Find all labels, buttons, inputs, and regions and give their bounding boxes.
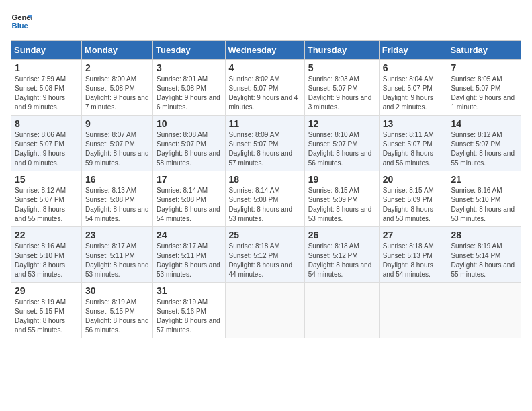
svg-text:Blue: Blue [12,21,28,30]
day-number: 25 [229,230,301,240]
calendar-cell: 5 Sunrise: 8:03 AMSunset: 5:07 PMDayligh… [304,60,379,116]
day-info: Sunrise: 8:02 AMSunset: 5:07 PMDaylight:… [229,75,298,111]
calendar-cell: 29 Sunrise: 8:19 AMSunset: 5:15 PMDaylig… [11,283,82,338]
day-number: 1 [15,62,78,73]
calendar-cell: 24 Sunrise: 8:17 AMSunset: 5:11 PMDaylig… [153,227,225,283]
calendar-cell: 22 Sunrise: 8:16 AMSunset: 5:10 PMDaylig… [11,227,82,283]
day-number: 14 [451,118,517,129]
day-info: Sunrise: 8:16 AMSunset: 5:10 PMDaylight:… [15,242,66,278]
calendar-week-2: 8 Sunrise: 8:06 AMSunset: 5:07 PMDayligh… [11,116,521,171]
day-info: Sunrise: 8:00 AMSunset: 5:08 PMDaylight:… [85,75,149,111]
day-info: Sunrise: 8:11 AMSunset: 5:07 PMDaylight:… [383,131,434,167]
day-number: 23 [85,230,149,240]
calendar-week-5: 29 Sunrise: 8:19 AMSunset: 5:15 PMDaylig… [11,283,521,338]
day-info: Sunrise: 8:15 AMSunset: 5:09 PMDaylight:… [308,187,372,222]
day-info: Sunrise: 8:14 AMSunset: 5:08 PMDaylight:… [157,187,220,222]
weekday-header-saturday: Saturday [447,41,521,60]
calendar-cell: 21 Sunrise: 8:16 AMSunset: 5:10 PMDaylig… [447,171,521,227]
calendar-cell: 7 Sunrise: 8:05 AMSunset: 5:07 PMDayligh… [447,60,521,116]
calendar-cell: 13 Sunrise: 8:11 AMSunset: 5:07 PMDaylig… [379,116,447,171]
calendar-week-4: 22 Sunrise: 8:16 AMSunset: 5:10 PMDaylig… [11,227,521,283]
day-info: Sunrise: 8:19 AMSunset: 5:15 PMDaylight:… [15,298,66,334]
day-number: 2 [85,62,149,73]
weekday-header-thursday: Thursday [304,41,379,60]
day-info: Sunrise: 8:16 AMSunset: 5:10 PMDaylight:… [451,187,515,222]
day-number: 28 [451,230,517,240]
calendar-cell: 30 Sunrise: 8:19 AMSunset: 5:15 PMDaylig… [81,283,152,338]
page-header: General Blue [11,11,521,32]
calendar-cell: 15 Sunrise: 8:12 AMSunset: 5:07 PMDaylig… [11,171,82,227]
day-number: 24 [157,230,221,240]
day-number: 20 [383,174,444,185]
calendar-cell: 9 Sunrise: 8:07 AMSunset: 5:07 PMDayligh… [81,116,152,171]
calendar-cell: 14 Sunrise: 8:12 AMSunset: 5:07 PMDaylig… [447,116,521,171]
day-info: Sunrise: 8:17 AMSunset: 5:11 PMDaylight:… [157,242,220,278]
day-info: Sunrise: 8:07 AMSunset: 5:07 PMDaylight:… [85,131,149,167]
day-info: Sunrise: 8:19 AMSunset: 5:15 PMDaylight:… [85,298,149,334]
day-info: Sunrise: 8:17 AMSunset: 5:11 PMDaylight:… [85,242,149,278]
calendar-cell [379,283,447,338]
day-number: 11 [229,118,301,129]
calendar-week-3: 15 Sunrise: 8:12 AMSunset: 5:07 PMDaylig… [11,171,521,227]
calendar-cell: 17 Sunrise: 8:14 AMSunset: 5:08 PMDaylig… [153,171,225,227]
weekday-header-wednesday: Wednesday [225,41,304,60]
day-number: 3 [157,62,221,73]
svg-text:General: General [12,13,32,21]
day-info: Sunrise: 8:19 AMSunset: 5:14 PMDaylight:… [451,242,515,278]
weekday-header-monday: Monday [81,41,152,60]
day-info: Sunrise: 8:09 AMSunset: 5:07 PMDaylight:… [229,131,293,167]
day-number: 5 [308,62,375,73]
calendar-cell: 23 Sunrise: 8:17 AMSunset: 5:11 PMDaylig… [81,227,152,283]
day-info: Sunrise: 8:03 AMSunset: 5:07 PMDaylight:… [308,75,372,111]
calendar-table: SundayMondayTuesdayWednesdayThursdayFrid… [11,40,521,338]
day-info: Sunrise: 8:15 AMSunset: 5:09 PMDaylight:… [383,187,434,222]
calendar-week-1: 1 Sunrise: 7:59 AMSunset: 5:08 PMDayligh… [11,60,521,116]
calendar-cell: 20 Sunrise: 8:15 AMSunset: 5:09 PMDaylig… [379,171,447,227]
day-number: 21 [451,174,517,185]
calendar-cell: 3 Sunrise: 8:01 AMSunset: 5:08 PMDayligh… [153,60,225,116]
day-number: 16 [85,174,149,185]
day-info: Sunrise: 8:13 AMSunset: 5:08 PMDaylight:… [85,187,149,222]
calendar-cell: 28 Sunrise: 8:19 AMSunset: 5:14 PMDaylig… [447,227,521,283]
day-number: 31 [157,285,221,296]
day-info: Sunrise: 8:12 AMSunset: 5:07 PMDaylight:… [15,187,66,222]
calendar-cell: 26 Sunrise: 8:18 AMSunset: 5:12 PMDaylig… [304,227,379,283]
calendar-cell: 18 Sunrise: 8:14 AMSunset: 5:08 PMDaylig… [225,171,304,227]
day-number: 9 [85,118,149,129]
day-number: 4 [229,62,301,73]
day-info: Sunrise: 8:18 AMSunset: 5:13 PMDaylight:… [383,242,434,278]
day-number: 27 [383,230,444,240]
logo-icon: General Blue [11,11,32,32]
day-number: 22 [15,230,78,240]
day-number: 30 [85,285,149,296]
weekday-header-friday: Friday [379,41,447,60]
logo: General Blue [11,11,32,32]
day-info: Sunrise: 8:19 AMSunset: 5:16 PMDaylight:… [157,298,220,334]
day-info: Sunrise: 8:08 AMSunset: 5:07 PMDaylight:… [157,131,220,167]
day-number: 19 [308,174,375,185]
calendar-cell [304,283,379,338]
calendar-cell: 1 Sunrise: 7:59 AMSunset: 5:08 PMDayligh… [11,60,82,116]
day-info: Sunrise: 8:01 AMSunset: 5:08 PMDaylight:… [157,75,220,111]
day-info: Sunrise: 8:04 AMSunset: 5:07 PMDaylight:… [383,75,434,111]
day-number: 8 [15,118,78,129]
calendar-cell: 6 Sunrise: 8:04 AMSunset: 5:07 PMDayligh… [379,60,447,116]
calendar-cell [447,283,521,338]
day-info: Sunrise: 8:06 AMSunset: 5:07 PMDaylight:… [15,131,66,167]
weekday-header-tuesday: Tuesday [153,41,225,60]
calendar-cell: 8 Sunrise: 8:06 AMSunset: 5:07 PMDayligh… [11,116,82,171]
day-info: Sunrise: 8:05 AMSunset: 5:07 PMDaylight:… [451,75,515,111]
day-info: Sunrise: 8:10 AMSunset: 5:07 PMDaylight:… [308,131,372,167]
calendar-cell: 12 Sunrise: 8:10 AMSunset: 5:07 PMDaylig… [304,116,379,171]
day-number: 26 [308,230,375,240]
weekday-header-sunday: Sunday [11,41,82,60]
calendar-cell: 16 Sunrise: 8:13 AMSunset: 5:08 PMDaylig… [81,171,152,227]
calendar-cell [225,283,304,338]
day-info: Sunrise: 7:59 AMSunset: 5:08 PMDaylight:… [15,75,66,111]
day-info: Sunrise: 8:18 AMSunset: 5:12 PMDaylight:… [229,242,293,278]
day-number: 17 [157,174,221,185]
calendar-cell: 19 Sunrise: 8:15 AMSunset: 5:09 PMDaylig… [304,171,379,227]
day-number: 6 [383,62,444,73]
day-info: Sunrise: 8:14 AMSunset: 5:08 PMDaylight:… [229,187,293,222]
day-number: 15 [15,174,78,185]
